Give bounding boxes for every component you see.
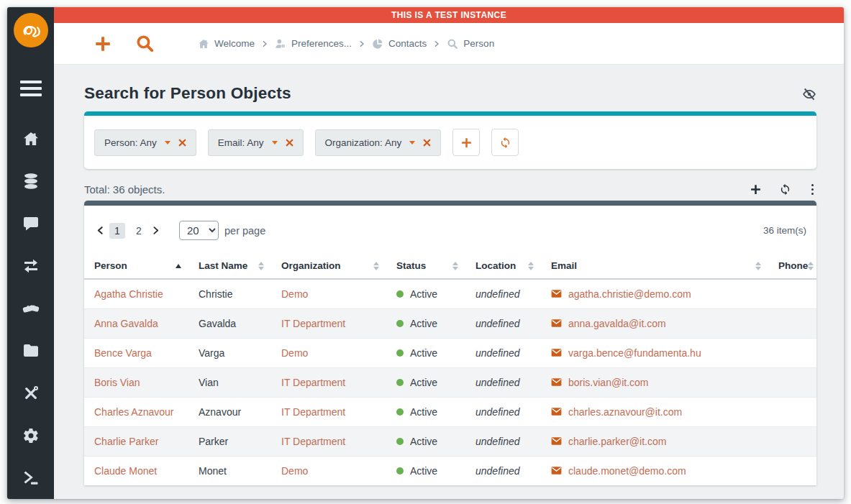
email-link[interactable]: agatha.christie@demo.com: [568, 288, 691, 300]
person-link[interactable]: Charles Aznavour: [94, 406, 174, 418]
app-logo[interactable]: [14, 13, 48, 47]
organization-link[interactable]: IT Department: [281, 436, 345, 447]
filter-chip-organization[interactable]: Organization: Any: [315, 129, 442, 156]
email-link[interactable]: varga.bence@fundamenta.hu: [568, 347, 701, 359]
page-size-select[interactable]: 20: [179, 221, 219, 240]
column-header-email[interactable]: Email: [541, 254, 768, 279]
total-value: 36 objects.: [113, 183, 165, 196]
refresh-list-button[interactable]: [779, 183, 791, 196]
filter-chip-email[interactable]: Email: Any: [208, 129, 304, 156]
status-value: Active: [410, 406, 437, 418]
breadcrumb-item-contacts[interactable]: Contacts: [372, 38, 427, 50]
chevron-down-icon[interactable]: [409, 141, 415, 145]
sort-icon[interactable]: [258, 262, 264, 270]
items-count: 36 item(s): [763, 225, 806, 236]
page-number-2[interactable]: 2: [131, 223, 147, 239]
sort-icon[interactable]: [373, 262, 379, 270]
sort-asc-icon[interactable]: [176, 264, 181, 268]
quick-create-button[interactable]: [94, 35, 112, 53]
sort-icon[interactable]: [452, 262, 458, 270]
sidebar-item-admin[interactable]: [21, 427, 41, 444]
breadcrumb-label: Person: [463, 38, 494, 49]
sidebar-item-documents[interactable]: [21, 342, 41, 359]
home-icon: [22, 130, 40, 147]
person-link[interactable]: Charlie Parker: [94, 436, 158, 447]
add-criterion-button[interactable]: [452, 129, 480, 156]
breadcrumb-item-welcome[interactable]: Welcome: [198, 38, 255, 50]
next-page-button[interactable]: [150, 226, 162, 235]
chevron-down-icon[interactable]: [165, 141, 170, 145]
organization-link[interactable]: Demo: [281, 465, 308, 477]
filter-chip-person[interactable]: Person: Any: [94, 129, 196, 156]
column-header-location[interactable]: Location: [465, 254, 541, 279]
more-actions-button[interactable]: [809, 184, 817, 196]
sort-icon[interactable]: [528, 262, 534, 270]
sidebar-item-data[interactable]: [21, 173, 41, 190]
breadcrumb-label: Preferences...: [291, 38, 352, 49]
plus-icon: [750, 183, 762, 196]
sidebar-item-services[interactable]: [21, 300, 41, 317]
organization-link[interactable]: IT Department: [281, 406, 345, 418]
organization-link[interactable]: Demo: [281, 288, 308, 300]
tools-icon: [22, 385, 40, 402]
location-value: undefined: [475, 465, 520, 477]
breadcrumb-label: Contacts: [388, 38, 427, 49]
organization-link[interactable]: Demo: [281, 347, 308, 359]
status-dot: [396, 349, 404, 357]
person-link[interactable]: Boris Vian: [94, 377, 140, 388]
sidebar: [7, 7, 54, 499]
sidebar-item-home[interactable]: [21, 130, 41, 147]
person-link[interactable]: Bence Varga: [94, 347, 152, 359]
email-link[interactable]: claude.monet@demo.com: [568, 465, 686, 477]
column-header-phone[interactable]: Phone: [768, 254, 816, 279]
add-object-button[interactable]: [750, 183, 762, 196]
remove-filter-button[interactable]: [178, 139, 186, 147]
last-name-value: Gavalda: [199, 318, 236, 329]
status-value: Active: [410, 465, 437, 477]
refresh-search-button[interactable]: [491, 129, 519, 156]
email-link[interactable]: anna.gavalda@it.com: [568, 318, 666, 329]
sort-icon[interactable]: [808, 262, 814, 270]
sidebar-item-console[interactable]: [21, 469, 41, 487]
status-value: Active: [410, 436, 437, 447]
remove-filter-button[interactable]: [286, 139, 293, 147]
toggle-visibility-button[interactable]: [802, 87, 816, 101]
envelope-icon: [551, 348, 562, 357]
breadcrumb-item-person[interactable]: Person: [447, 38, 494, 50]
email-link[interactable]: charlie.parker@it.com: [568, 436, 666, 447]
status-value: Active: [410, 318, 437, 329]
chevron-down-icon[interactable]: [272, 141, 278, 145]
person-link[interactable]: Agatha Christie: [94, 288, 163, 300]
sidebar-item-configuration[interactable]: [21, 385, 41, 402]
page-number-1[interactable]: 1: [109, 223, 125, 239]
column-header-last-name[interactable]: Last Name: [188, 254, 271, 279]
filter-chip-label: Email: Any: [218, 137, 264, 148]
column-header-status[interactable]: Status: [386, 254, 465, 279]
envelope-icon: [551, 289, 562, 298]
sidebar-item-changes[interactable]: [21, 257, 41, 275]
email-link[interactable]: charles.aznavour@it.com: [568, 406, 682, 418]
person-link[interactable]: Anna Gavalda: [94, 318, 158, 329]
breadcrumb-item-preferences[interactable]: Preferences...: [275, 38, 352, 50]
global-search-button[interactable]: [135, 34, 155, 53]
menu-toggle-button[interactable]: [20, 81, 42, 96]
chevron-right-icon: [151, 226, 160, 235]
organization-link[interactable]: IT Department: [281, 318, 345, 329]
remove-filter-button[interactable]: [423, 139, 431, 147]
person-link[interactable]: Claude Monet: [94, 465, 157, 477]
filter-chip-label: Person: Any: [104, 137, 157, 148]
sort-icon[interactable]: [755, 262, 761, 270]
email-link[interactable]: boris.vian@it.com: [568, 377, 648, 388]
previous-page-button[interactable]: [94, 226, 106, 235]
sidebar-item-helpdesk[interactable]: [21, 215, 41, 232]
status-value: Active: [410, 377, 437, 388]
plus-icon: [460, 137, 473, 149]
status-dot: [396, 438, 404, 445]
filter-chip-label: Organization: Any: [325, 137, 402, 148]
column-header-person[interactable]: Person: [84, 254, 188, 279]
last-name-value: Parker: [199, 436, 228, 447]
organization-link[interactable]: IT Department: [281, 377, 345, 388]
table-row: Agatha Christie Christie Demo Active und…: [84, 279, 816, 308]
column-header-organization[interactable]: Organization: [271, 254, 386, 279]
banner-text: THIS IS A TEST INSTANCE: [391, 10, 506, 20]
